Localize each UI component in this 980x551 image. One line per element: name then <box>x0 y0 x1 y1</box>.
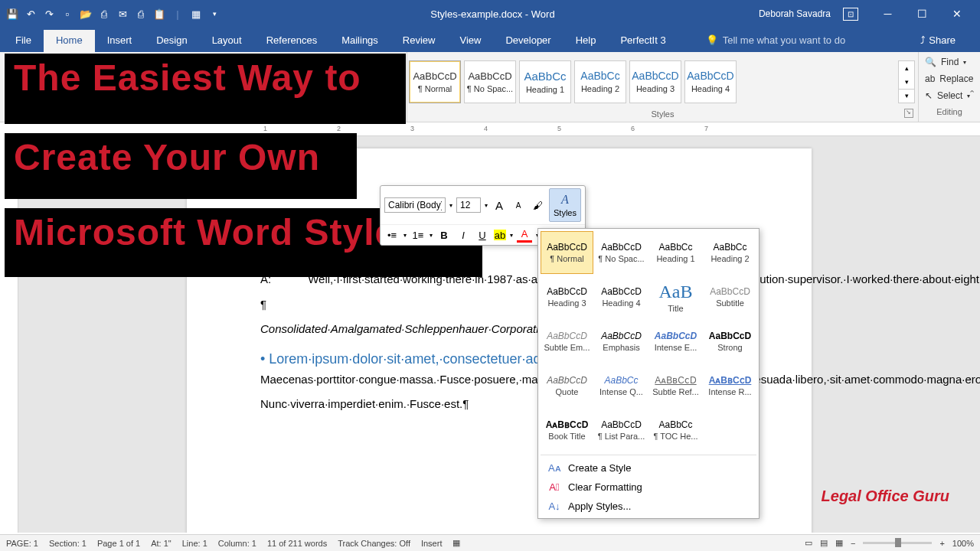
save-icon[interactable]: 💾 <box>6 8 18 20</box>
styles-gallery[interactable]: AaBbCcD¶ NormalAaBbCcD¶ No Spac...AaBbCc… <box>407 59 898 105</box>
underline-icon[interactable]: U <box>475 227 490 243</box>
style-option-nospac[interactable]: AaBbCcD¶ No Spac... <box>595 231 648 274</box>
collapse-ribbon-icon[interactable]: ⌃ <box>969 89 975 99</box>
dropdown-icon[interactable]: ▾ <box>208 8 220 20</box>
font-dropdown-icon[interactable]: ▾ <box>449 202 452 209</box>
email-icon[interactable]: ✉ <box>116 8 129 20</box>
styles-button[interactable]: A Styles <box>549 188 581 222</box>
tab-design[interactable]: Design <box>144 30 199 52</box>
web-layout-icon[interactable]: ▦ <box>835 538 843 548</box>
style-option-subtleref[interactable]: AᴀBʙCᴄDSubtle Ref... <box>649 364 702 407</box>
italic-icon[interactable]: I <box>456 227 471 243</box>
zoom-slider[interactable] <box>863 542 932 544</box>
status-words[interactable]: 11 of 211 words <box>267 539 327 548</box>
font-family-input[interactable] <box>384 197 446 213</box>
style-option-emphasis[interactable]: AaBbCcDEmphasis <box>595 320 648 363</box>
status-line[interactable]: Line: 1 <box>182 539 207 548</box>
maximize-button[interactable]: ☐ <box>905 0 939 28</box>
zoom-level[interactable]: 100% <box>952 539 974 548</box>
status-column[interactable]: Column: 1 <box>218 539 256 548</box>
print-icon[interactable]: ⎙ <box>98 8 110 20</box>
style-swatch-nospac[interactable]: AaBbCcD¶ No Spac... <box>464 60 516 103</box>
style-option-listpara[interactable]: AaBbCcD¶ List Para... <box>595 409 648 452</box>
style-option-subtitle[interactable]: AaBbCcDSubtitle <box>704 276 756 318</box>
style-option-heading1[interactable]: AaBbCcHeading 1 <box>649 231 702 274</box>
tab-references[interactable]: References <box>254 30 329 52</box>
share-button[interactable]: ⤴ Share <box>908 30 968 52</box>
style-option-intensee[interactable]: AaBbCcDIntense E... <box>649 320 702 363</box>
bullets-icon[interactable]: •≡ <box>384 227 400 243</box>
style-swatch-normal[interactable]: AaBbCcD¶ Normal <box>409 60 461 103</box>
format-painter-icon[interactable]: 🖌 <box>530 197 545 213</box>
shrink-font-icon[interactable]: A <box>511 197 526 213</box>
style-swatch-heading2[interactable]: AaBbCcHeading 2 <box>574 60 626 103</box>
minimize-button[interactable]: ─ <box>871 0 905 28</box>
new-icon[interactable]: ▫ <box>61 8 74 20</box>
zoom-thumb[interactable] <box>895 538 901 547</box>
style-option-subtleem[interactable]: AaBbCcDSubtle Em... <box>541 320 593 363</box>
create-style-item[interactable]: AᴀCreate a Style <box>541 458 756 478</box>
read-mode-icon[interactable]: ▭ <box>805 538 812 548</box>
grow-font-icon[interactable]: A <box>492 197 507 213</box>
style-name: ¶ No Spac... <box>598 254 644 263</box>
style-option-intenser[interactable]: AᴀBʙCᴄDIntense R... <box>704 364 756 407</box>
close-button[interactable]: ✕ <box>939 0 974 28</box>
tab-perfectit[interactable]: PerfectIt 3 <box>608 30 678 52</box>
account-icon[interactable]: ⊡ <box>843 8 858 21</box>
apply-styles-item[interactable]: A↓Apply Styles... <box>541 497 756 516</box>
table-icon[interactable]: ▦ <box>190 8 202 20</box>
find-button[interactable]: 🔍Find▾ <box>925 55 974 69</box>
tab-file[interactable]: File <box>3 30 44 52</box>
style-swatch-heading1[interactable]: AaBbCcHeading 1 <box>519 60 571 103</box>
status-page[interactable]: PAGE: 1 <box>6 539 38 548</box>
style-option-toche[interactable]: AaBbCc¶ TOC He... <box>649 409 702 452</box>
status-section[interactable]: Section: 1 <box>49 539 87 548</box>
style-option-normal[interactable]: AaBbCcD¶ Normal <box>541 231 593 274</box>
clipboard-icon[interactable]: 📋 <box>153 8 165 20</box>
style-swatch-heading3[interactable]: AaBbCcDHeading 3 <box>629 60 681 103</box>
numbering-icon[interactable]: 1≡ <box>410 227 426 243</box>
font-color-icon[interactable]: A <box>517 227 532 243</box>
select-button[interactable]: ↖Select▾ <box>925 89 974 103</box>
style-option-heading2[interactable]: AaBbCcHeading 2 <box>704 231 756 274</box>
style-gallery-up-icon[interactable]: ▴ <box>899 61 914 75</box>
tab-home[interactable]: Home <box>44 30 95 52</box>
status-at[interactable]: At: 1" <box>151 539 172 548</box>
zoom-out-icon[interactable]: − <box>851 539 855 548</box>
undo-icon[interactable]: ↶ <box>24 8 37 20</box>
styles-launcher-icon[interactable] <box>904 109 913 118</box>
print-layout-icon[interactable]: ▤ <box>820 538 828 548</box>
tab-layout[interactable]: Layout <box>200 30 254 52</box>
tab-view[interactable]: View <box>447 30 493 52</box>
status-track[interactable]: Track Changes: Off <box>338 539 410 548</box>
highlight-icon[interactable]: ab <box>494 230 506 240</box>
tab-review[interactable]: Review <box>390 30 448 52</box>
open-icon[interactable]: 📂 <box>80 8 92 20</box>
tab-developer[interactable]: Developer <box>493 30 563 52</box>
style-gallery-down-icon[interactable]: ▾ <box>899 75 914 89</box>
tab-help[interactable]: Help <box>564 30 609 52</box>
style-gallery-more-icon[interactable]: ▾ <box>899 89 914 103</box>
font-size-input[interactable] <box>456 197 481 213</box>
style-option-heading3[interactable]: AaBbCcDHeading 3 <box>541 276 593 318</box>
quick-print-icon[interactable]: ⎙ <box>135 8 147 20</box>
macro-icon[interactable]: ▦ <box>452 538 460 548</box>
style-option-quote[interactable]: AaBbCcDQuote <box>541 364 593 407</box>
zoom-in-icon[interactable]: + <box>939 539 944 548</box>
style-option-intenseq[interactable]: AaBbCcIntense Q... <box>595 364 648 407</box>
style-option-booktitle[interactable]: AᴀBʙCᴄDBook Title <box>541 409 593 452</box>
status-insert[interactable]: Insert <box>421 539 443 548</box>
bold-icon[interactable]: B <box>436 227 452 243</box>
status-pageof[interactable]: Page 1 of 1 <box>97 539 140 548</box>
tab-insert[interactable]: Insert <box>95 30 145 52</box>
style-swatch-heading4[interactable]: AaBbCcDHeading 4 <box>684 60 737 103</box>
size-dropdown-icon[interactable]: ▾ <box>485 202 488 209</box>
style-option-heading4[interactable]: AaBbCcDHeading 4 <box>595 276 648 318</box>
style-option-strong[interactable]: AaBbCcDStrong <box>704 320 756 363</box>
clear-formatting-item[interactable]: A⃠Clear Formatting <box>541 478 756 497</box>
style-option-title[interactable]: AaBTitle <box>649 276 702 318</box>
tab-mailings[interactable]: Mailings <box>329 30 390 52</box>
replace-button[interactable]: abReplace <box>925 72 974 86</box>
redo-icon[interactable]: ↷ <box>43 8 55 20</box>
tell-me-search[interactable]: 💡 Tell me what you want to do <box>694 30 858 52</box>
